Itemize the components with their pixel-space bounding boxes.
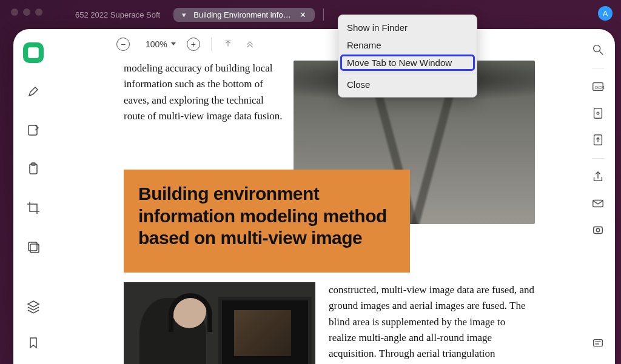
attachment-icon (591, 133, 605, 147)
tab-label: 652 2022 Superace Soft (75, 10, 160, 19)
window-controls (11, 8, 42, 16)
tab-close-icon[interactable]: ✕ (300, 10, 306, 19)
svg-point-16 (596, 228, 600, 232)
svg-rect-14 (593, 200, 603, 207)
crop-icon (26, 200, 41, 215)
stamp-button[interactable] (589, 222, 606, 239)
zoom-window[interactable] (35, 8, 42, 16)
headline-text: Building environment information modelin… (138, 183, 395, 250)
ocr-button[interactable]: OCR (589, 78, 606, 95)
highlighter-icon (26, 84, 41, 99)
share-icon (591, 170, 605, 184)
sidebar-separator (592, 158, 604, 159)
clipboard-tool[interactable] (23, 159, 44, 179)
comments-icon (591, 337, 605, 350)
redact-tool[interactable] (23, 236, 44, 257)
svg-point-7 (594, 45, 600, 52)
tab-active[interactable]: ▾ Building Environment info… ✕ (173, 8, 314, 22)
svg-rect-17 (594, 340, 603, 346)
ocr-icon: OCR (591, 80, 605, 93)
mail-icon (591, 197, 605, 210)
stamp-icon (591, 223, 605, 237)
svg-point-12 (597, 112, 599, 114)
menu-rename[interactable]: Rename (338, 36, 477, 54)
attachment-button[interactable] (589, 131, 606, 148)
menu-close[interactable]: Close (338, 76, 477, 93)
app-window: OCR − 100% + modeling accuracy of buildi… (13, 29, 615, 364)
close-window[interactable] (11, 8, 18, 16)
body-paragraph: modeling accuracy of building local info… (124, 61, 286, 124)
avatar[interactable]: A (598, 6, 613, 21)
layers-icon (26, 299, 41, 314)
menu-separator (338, 73, 477, 73)
scan-button[interactable] (589, 105, 606, 122)
redact-icon (26, 239, 41, 254)
svg-rect-0 (29, 48, 38, 58)
thumbnails-tool[interactable] (23, 42, 44, 63)
svg-text:OCR: OCR (595, 85, 605, 90)
share-button[interactable] (589, 168, 606, 185)
clipboard-icon (26, 162, 41, 176)
figure-workstation (124, 282, 315, 364)
svg-rect-5 (29, 242, 37, 251)
sidebar-separator (592, 68, 604, 68)
menu-show-in-finder[interactable]: Show in Finder (338, 19, 477, 36)
annotate-icon (26, 123, 41, 137)
search-button[interactable] (589, 41, 606, 58)
svg-rect-11 (594, 108, 602, 119)
bookmark-icon (26, 336, 41, 350)
minimize-window[interactable] (23, 8, 30, 16)
headline-block: Building environment information modelin… (124, 170, 410, 273)
svg-rect-15 (594, 227, 603, 234)
left-sidebar (13, 29, 53, 364)
body-paragraph: constructed, multi-view image data are f… (329, 282, 535, 364)
tab-separator (323, 8, 324, 21)
search-icon (591, 43, 605, 56)
comments-button[interactable] (589, 335, 606, 352)
svg-rect-6 (30, 244, 39, 253)
crop-tool[interactable] (23, 197, 44, 218)
tab-dropdown-icon[interactable]: ▾ (182, 10, 186, 19)
tab-context-menu: Show in Finder Rename Move Tab to New Wi… (338, 15, 477, 98)
mail-button[interactable] (589, 195, 606, 212)
svg-line-8 (600, 51, 603, 55)
bookmark-tool[interactable] (23, 333, 44, 353)
layers-tool[interactable] (23, 296, 44, 317)
scan-icon (591, 107, 605, 120)
menu-move-tab-new-window[interactable]: Move Tab to New Window (341, 55, 474, 70)
tab-inactive[interactable]: 652 2022 Superace Soft (67, 8, 169, 22)
thumbnails-icon (26, 45, 41, 60)
tab-bar: 652 2022 Superace Soft ▾ Building Enviro… (67, 6, 572, 23)
document-viewport[interactable]: modeling accuracy of building local info… (53, 29, 581, 364)
right-sidebar: OCR (581, 29, 615, 364)
highlighter-tool[interactable] (23, 81, 44, 102)
annotate-tool[interactable] (23, 120, 44, 141)
tab-label: Building Environment info… (193, 10, 290, 19)
